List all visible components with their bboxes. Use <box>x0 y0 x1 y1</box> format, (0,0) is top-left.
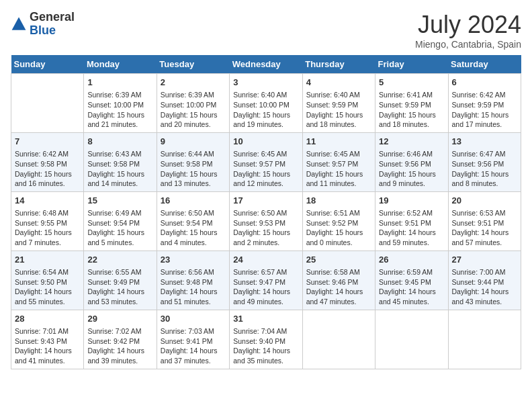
location: Miengo, Cantabria, Spain <box>415 39 521 50</box>
day-number: 30 <box>161 313 226 325</box>
day-number: 17 <box>233 195 298 207</box>
day-header-wednesday: Wednesday <box>230 55 302 74</box>
calendar-cell: 8Sunrise: 6:43 AM Sunset: 9:58 PM Daylig… <box>84 132 157 191</box>
calendar-cell: 2Sunrise: 6:39 AM Sunset: 10:00 PM Dayli… <box>157 74 229 133</box>
calendar-cell: 16Sunrise: 6:50 AM Sunset: 9:54 PM Dayli… <box>157 191 229 250</box>
day-info: Sunrise: 6:53 AM Sunset: 9:51 PM Dayligh… <box>452 208 517 248</box>
day-number: 6 <box>452 77 517 89</box>
day-header-tuesday: Tuesday <box>157 55 229 74</box>
calendar-body: 1Sunrise: 6:39 AM Sunset: 10:00 PM Dayli… <box>11 74 521 369</box>
logo-general: General <box>30 10 75 24</box>
day-number: 14 <box>15 195 80 207</box>
day-info: Sunrise: 6:40 AM Sunset: 10:00 PM Daylig… <box>233 90 298 130</box>
day-number: 31 <box>233 313 298 325</box>
day-info: Sunrise: 6:58 AM Sunset: 9:46 PM Dayligh… <box>306 267 371 307</box>
calendar-cell: 27Sunrise: 7:00 AM Sunset: 9:44 PM Dayli… <box>448 250 521 310</box>
day-header-saturday: Saturday <box>448 55 521 74</box>
calendar-cell: 30Sunrise: 7:03 AM Sunset: 9:41 PM Dayli… <box>157 310 229 369</box>
day-number: 1 <box>87 77 152 89</box>
day-header-thursday: Thursday <box>302 55 375 74</box>
day-info: Sunrise: 7:01 AM Sunset: 9:43 PM Dayligh… <box>15 326 80 366</box>
calendar-cell <box>302 310 375 369</box>
day-number: 19 <box>379 195 444 207</box>
day-number: 3 <box>233 77 298 89</box>
calendar-cell: 4Sunrise: 6:40 AM Sunset: 9:59 PM Daylig… <box>302 74 375 133</box>
calendar-cell: 10Sunrise: 6:45 AM Sunset: 9:57 PM Dayli… <box>230 132 302 191</box>
day-info: Sunrise: 6:40 AM Sunset: 9:59 PM Dayligh… <box>306 90 371 130</box>
day-info: Sunrise: 6:48 AM Sunset: 9:55 PM Dayligh… <box>15 208 80 248</box>
day-info: Sunrise: 6:44 AM Sunset: 9:58 PM Dayligh… <box>161 149 226 189</box>
week-row-4: 21Sunrise: 6:54 AM Sunset: 9:50 PM Dayli… <box>11 250 521 310</box>
calendar-cell: 18Sunrise: 6:51 AM Sunset: 9:52 PM Dayli… <box>302 191 375 250</box>
calendar-cell: 7Sunrise: 6:42 AM Sunset: 9:58 PM Daylig… <box>11 132 84 191</box>
calendar-cell: 29Sunrise: 7:02 AM Sunset: 9:42 PM Dayli… <box>84 310 157 369</box>
logo-text: General Blue <box>30 11 75 38</box>
day-info: Sunrise: 7:04 AM Sunset: 9:40 PM Dayligh… <box>233 326 298 366</box>
day-info: Sunrise: 6:54 AM Sunset: 9:50 PM Dayligh… <box>15 267 80 307</box>
calendar-cell: 26Sunrise: 6:59 AM Sunset: 9:45 PM Dayli… <box>375 250 448 310</box>
svg-marker-0 <box>12 17 26 30</box>
day-number: 12 <box>379 136 444 148</box>
day-number: 28 <box>15 313 80 325</box>
day-info: Sunrise: 6:41 AM Sunset: 9:59 PM Dayligh… <box>379 90 444 130</box>
day-number: 26 <box>379 254 444 266</box>
day-number: 22 <box>87 254 152 266</box>
title-area: July 2024 Miengo, Cantabria, Spain <box>415 11 521 50</box>
day-info: Sunrise: 6:59 AM Sunset: 9:45 PM Dayligh… <box>379 267 444 307</box>
calendar-cell <box>375 310 448 369</box>
day-number: 11 <box>306 136 371 148</box>
day-info: Sunrise: 6:39 AM Sunset: 10:00 PM Daylig… <box>161 90 226 130</box>
day-number: 9 <box>161 136 226 148</box>
day-info: Sunrise: 7:03 AM Sunset: 9:41 PM Dayligh… <box>161 326 226 366</box>
day-number: 24 <box>233 254 298 266</box>
calendar-cell: 22Sunrise: 6:55 AM Sunset: 9:49 PM Dayli… <box>84 250 157 310</box>
day-number: 21 <box>15 254 80 266</box>
day-header-monday: Monday <box>84 55 157 74</box>
day-info: Sunrise: 6:55 AM Sunset: 9:49 PM Dayligh… <box>87 267 152 307</box>
logo: General Blue <box>11 11 75 38</box>
calendar-cell: 13Sunrise: 6:47 AM Sunset: 9:56 PM Dayli… <box>448 132 521 191</box>
day-number: 2 <box>161 77 226 89</box>
calendar-header-row: SundayMondayTuesdayWednesdayThursdayFrid… <box>11 55 521 74</box>
day-info: Sunrise: 7:00 AM Sunset: 9:44 PM Dayligh… <box>452 267 517 307</box>
calendar-cell <box>11 74 84 133</box>
calendar-cell: 11Sunrise: 6:45 AM Sunset: 9:57 PM Dayli… <box>302 132 375 191</box>
calendar-cell: 24Sunrise: 6:57 AM Sunset: 9:47 PM Dayli… <box>230 250 302 310</box>
calendar-cell: 1Sunrise: 6:39 AM Sunset: 10:00 PM Dayli… <box>84 74 157 133</box>
calendar-cell: 20Sunrise: 6:53 AM Sunset: 9:51 PM Dayli… <box>448 191 521 250</box>
day-info: Sunrise: 6:42 AM Sunset: 9:59 PM Dayligh… <box>452 90 517 130</box>
logo-blue: Blue <box>30 24 56 37</box>
calendar-cell: 21Sunrise: 6:54 AM Sunset: 9:50 PM Dayli… <box>11 250 84 310</box>
day-number: 20 <box>452 195 517 207</box>
day-info: Sunrise: 6:46 AM Sunset: 9:56 PM Dayligh… <box>379 149 444 189</box>
day-number: 27 <box>452 254 517 266</box>
day-info: Sunrise: 6:56 AM Sunset: 9:48 PM Dayligh… <box>161 267 226 307</box>
day-number: 25 <box>306 254 371 266</box>
calendar-cell: 3Sunrise: 6:40 AM Sunset: 10:00 PM Dayli… <box>230 74 302 133</box>
day-info: Sunrise: 6:39 AM Sunset: 10:00 PM Daylig… <box>87 90 152 130</box>
week-row-5: 28Sunrise: 7:01 AM Sunset: 9:43 PM Dayli… <box>11 310 521 369</box>
day-info: Sunrise: 6:51 AM Sunset: 9:52 PM Dayligh… <box>306 208 371 248</box>
day-number: 5 <box>379 77 444 89</box>
day-info: Sunrise: 6:43 AM Sunset: 9:58 PM Dayligh… <box>87 149 152 189</box>
month-year: July 2024 <box>415 11 521 39</box>
day-info: Sunrise: 6:49 AM Sunset: 9:54 PM Dayligh… <box>87 208 152 248</box>
day-number: 13 <box>452 136 517 148</box>
day-number: 29 <box>87 313 152 325</box>
day-info: Sunrise: 6:45 AM Sunset: 9:57 PM Dayligh… <box>306 149 371 189</box>
week-row-2: 7Sunrise: 6:42 AM Sunset: 9:58 PM Daylig… <box>11 132 521 191</box>
day-number: 10 <box>233 136 298 148</box>
calendar-cell: 17Sunrise: 6:50 AM Sunset: 9:53 PM Dayli… <box>230 191 302 250</box>
calendar-cell <box>448 310 521 369</box>
day-info: Sunrise: 6:47 AM Sunset: 9:56 PM Dayligh… <box>452 149 517 189</box>
day-number: 15 <box>87 195 152 207</box>
calendar-cell: 6Sunrise: 6:42 AM Sunset: 9:59 PM Daylig… <box>448 74 521 133</box>
day-number: 16 <box>161 195 226 207</box>
calendar-cell: 5Sunrise: 6:41 AM Sunset: 9:59 PM Daylig… <box>375 74 448 133</box>
week-row-3: 14Sunrise: 6:48 AM Sunset: 9:55 PM Dayli… <box>11 191 521 250</box>
day-header-sunday: Sunday <box>11 55 84 74</box>
day-info: Sunrise: 6:52 AM Sunset: 9:51 PM Dayligh… <box>379 208 444 248</box>
calendar-cell: 12Sunrise: 6:46 AM Sunset: 9:56 PM Dayli… <box>375 132 448 191</box>
day-number: 4 <box>306 77 371 89</box>
calendar-cell: 23Sunrise: 6:56 AM Sunset: 9:48 PM Dayli… <box>157 250 229 310</box>
